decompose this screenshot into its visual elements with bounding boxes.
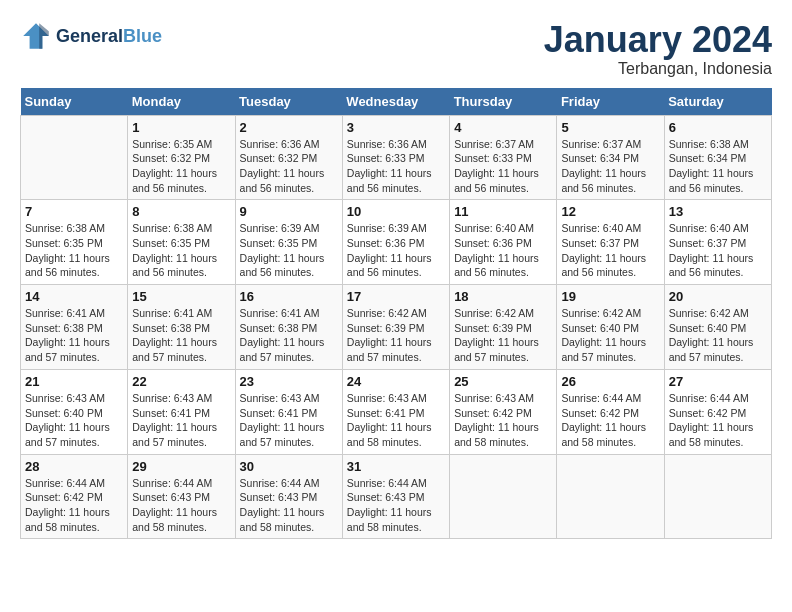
calendar-week-2: 7 Sunrise: 6:38 AMSunset: 6:35 PMDayligh… [21, 200, 772, 285]
day-number: 26 [561, 374, 659, 389]
day-number: 18 [454, 289, 552, 304]
calendar-cell: 6 Sunrise: 6:38 AMSunset: 6:34 PMDayligh… [664, 115, 771, 200]
day-info: Sunrise: 6:41 AMSunset: 6:38 PMDaylight:… [132, 306, 230, 365]
header-day-friday: Friday [557, 88, 664, 116]
calendar-week-5: 28 Sunrise: 6:44 AMSunset: 6:42 PMDaylig… [21, 454, 772, 539]
day-info: Sunrise: 6:38 AMSunset: 6:35 PMDaylight:… [25, 221, 123, 280]
calendar-cell: 8 Sunrise: 6:38 AMSunset: 6:35 PMDayligh… [128, 200, 235, 285]
day-number: 7 [25, 204, 123, 219]
calendar-cell: 12 Sunrise: 6:40 AMSunset: 6:37 PMDaylig… [557, 200, 664, 285]
calendar-cell: 13 Sunrise: 6:40 AMSunset: 6:37 PMDaylig… [664, 200, 771, 285]
calendar-cell: 3 Sunrise: 6:36 AMSunset: 6:33 PMDayligh… [342, 115, 449, 200]
header-day-saturday: Saturday [664, 88, 771, 116]
day-info: Sunrise: 6:44 AMSunset: 6:42 PMDaylight:… [25, 476, 123, 535]
header-day-monday: Monday [128, 88, 235, 116]
day-info: Sunrise: 6:43 AMSunset: 6:42 PMDaylight:… [454, 391, 552, 450]
day-number: 22 [132, 374, 230, 389]
day-info: Sunrise: 6:36 AMSunset: 6:32 PMDaylight:… [240, 137, 338, 196]
calendar-cell: 20 Sunrise: 6:42 AMSunset: 6:40 PMDaylig… [664, 285, 771, 370]
month-title: January 2024 [544, 20, 772, 60]
day-number: 17 [347, 289, 445, 304]
header-day-thursday: Thursday [450, 88, 557, 116]
day-info: Sunrise: 6:39 AMSunset: 6:36 PMDaylight:… [347, 221, 445, 280]
calendar-table: SundayMondayTuesdayWednesdayThursdayFrid… [20, 88, 772, 540]
day-number: 31 [347, 459, 445, 474]
day-info: Sunrise: 6:42 AMSunset: 6:39 PMDaylight:… [454, 306, 552, 365]
calendar-cell: 7 Sunrise: 6:38 AMSunset: 6:35 PMDayligh… [21, 200, 128, 285]
calendar-cell: 17 Sunrise: 6:42 AMSunset: 6:39 PMDaylig… [342, 285, 449, 370]
calendar-cell: 21 Sunrise: 6:43 AMSunset: 6:40 PMDaylig… [21, 369, 128, 454]
calendar-cell: 30 Sunrise: 6:44 AMSunset: 6:43 PMDaylig… [235, 454, 342, 539]
day-number: 15 [132, 289, 230, 304]
calendar-cell: 22 Sunrise: 6:43 AMSunset: 6:41 PMDaylig… [128, 369, 235, 454]
day-number: 8 [132, 204, 230, 219]
day-number: 10 [347, 204, 445, 219]
calendar-header-row: SundayMondayTuesdayWednesdayThursdayFrid… [21, 88, 772, 116]
calendar-cell: 11 Sunrise: 6:40 AMSunset: 6:36 PMDaylig… [450, 200, 557, 285]
day-info: Sunrise: 6:44 AMSunset: 6:43 PMDaylight:… [347, 476, 445, 535]
logo-text: GeneralBlue [56, 26, 162, 47]
day-info: Sunrise: 6:43 AMSunset: 6:40 PMDaylight:… [25, 391, 123, 450]
calendar-cell: 23 Sunrise: 6:43 AMSunset: 6:41 PMDaylig… [235, 369, 342, 454]
calendar-week-1: 1 Sunrise: 6:35 AMSunset: 6:32 PMDayligh… [21, 115, 772, 200]
day-number: 16 [240, 289, 338, 304]
calendar-cell: 14 Sunrise: 6:41 AMSunset: 6:38 PMDaylig… [21, 285, 128, 370]
calendar-cell: 4 Sunrise: 6:37 AMSunset: 6:33 PMDayligh… [450, 115, 557, 200]
day-number: 29 [132, 459, 230, 474]
day-info: Sunrise: 6:38 AMSunset: 6:34 PMDaylight:… [669, 137, 767, 196]
day-number: 27 [669, 374, 767, 389]
day-number: 5 [561, 120, 659, 135]
calendar-cell: 25 Sunrise: 6:43 AMSunset: 6:42 PMDaylig… [450, 369, 557, 454]
day-number: 11 [454, 204, 552, 219]
header-day-wednesday: Wednesday [342, 88, 449, 116]
day-number: 20 [669, 289, 767, 304]
day-info: Sunrise: 6:38 AMSunset: 6:35 PMDaylight:… [132, 221, 230, 280]
calendar-week-4: 21 Sunrise: 6:43 AMSunset: 6:40 PMDaylig… [21, 369, 772, 454]
day-info: Sunrise: 6:40 AMSunset: 6:36 PMDaylight:… [454, 221, 552, 280]
day-number: 28 [25, 459, 123, 474]
day-number: 19 [561, 289, 659, 304]
day-number: 24 [347, 374, 445, 389]
page-header: GeneralBlue January 2024 Terbangan, Indo… [20, 20, 772, 78]
calendar-cell [557, 454, 664, 539]
calendar-cell: 15 Sunrise: 6:41 AMSunset: 6:38 PMDaylig… [128, 285, 235, 370]
calendar-cell: 29 Sunrise: 6:44 AMSunset: 6:43 PMDaylig… [128, 454, 235, 539]
day-number: 12 [561, 204, 659, 219]
day-info: Sunrise: 6:44 AMSunset: 6:42 PMDaylight:… [669, 391, 767, 450]
day-number: 23 [240, 374, 338, 389]
day-info: Sunrise: 6:41 AMSunset: 6:38 PMDaylight:… [240, 306, 338, 365]
day-info: Sunrise: 6:40 AMSunset: 6:37 PMDaylight:… [561, 221, 659, 280]
day-number: 30 [240, 459, 338, 474]
calendar-cell: 24 Sunrise: 6:43 AMSunset: 6:41 PMDaylig… [342, 369, 449, 454]
calendar-cell: 28 Sunrise: 6:44 AMSunset: 6:42 PMDaylig… [21, 454, 128, 539]
calendar-cell [450, 454, 557, 539]
day-info: Sunrise: 6:43 AMSunset: 6:41 PMDaylight:… [347, 391, 445, 450]
day-number: 9 [240, 204, 338, 219]
day-info: Sunrise: 6:43 AMSunset: 6:41 PMDaylight:… [132, 391, 230, 450]
day-info: Sunrise: 6:44 AMSunset: 6:42 PMDaylight:… [561, 391, 659, 450]
calendar-cell: 19 Sunrise: 6:42 AMSunset: 6:40 PMDaylig… [557, 285, 664, 370]
day-number: 25 [454, 374, 552, 389]
day-number: 6 [669, 120, 767, 135]
day-info: Sunrise: 6:36 AMSunset: 6:33 PMDaylight:… [347, 137, 445, 196]
day-info: Sunrise: 6:40 AMSunset: 6:37 PMDaylight:… [669, 221, 767, 280]
day-info: Sunrise: 6:37 AMSunset: 6:34 PMDaylight:… [561, 137, 659, 196]
calendar-cell: 2 Sunrise: 6:36 AMSunset: 6:32 PMDayligh… [235, 115, 342, 200]
title-area: January 2024 Terbangan, Indonesia [544, 20, 772, 78]
day-info: Sunrise: 6:35 AMSunset: 6:32 PMDaylight:… [132, 137, 230, 196]
calendar-cell: 1 Sunrise: 6:35 AMSunset: 6:32 PMDayligh… [128, 115, 235, 200]
day-info: Sunrise: 6:41 AMSunset: 6:38 PMDaylight:… [25, 306, 123, 365]
calendar-cell: 10 Sunrise: 6:39 AMSunset: 6:36 PMDaylig… [342, 200, 449, 285]
day-info: Sunrise: 6:42 AMSunset: 6:40 PMDaylight:… [561, 306, 659, 365]
calendar-cell: 26 Sunrise: 6:44 AMSunset: 6:42 PMDaylig… [557, 369, 664, 454]
calendar-cell: 5 Sunrise: 6:37 AMSunset: 6:34 PMDayligh… [557, 115, 664, 200]
day-number: 14 [25, 289, 123, 304]
day-info: Sunrise: 6:42 AMSunset: 6:39 PMDaylight:… [347, 306, 445, 365]
calendar-cell: 27 Sunrise: 6:44 AMSunset: 6:42 PMDaylig… [664, 369, 771, 454]
calendar-week-3: 14 Sunrise: 6:41 AMSunset: 6:38 PMDaylig… [21, 285, 772, 370]
location: Terbangan, Indonesia [544, 60, 772, 78]
day-number: 3 [347, 120, 445, 135]
day-info: Sunrise: 6:44 AMSunset: 6:43 PMDaylight:… [240, 476, 338, 535]
day-number: 13 [669, 204, 767, 219]
logo-icon [20, 20, 52, 52]
